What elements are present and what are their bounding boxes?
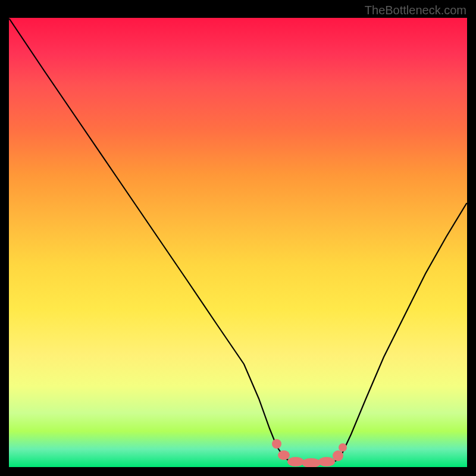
marker-dot [318,457,335,466]
curve-path [10,19,466,463]
valley-marker-cluster [272,439,347,467]
watermark-text: TheBottleneck.com [365,4,466,17]
marker-dot [278,450,290,460]
marker-dot [333,450,343,461]
marker-dot [272,439,281,449]
marker-dot [302,458,321,467]
plot-area [9,18,467,467]
marker-dot [339,443,347,452]
marker-dot [287,457,304,466]
chart-frame: TheBottleneck.com [0,0,476,476]
bottleneck-curve [9,18,467,467]
